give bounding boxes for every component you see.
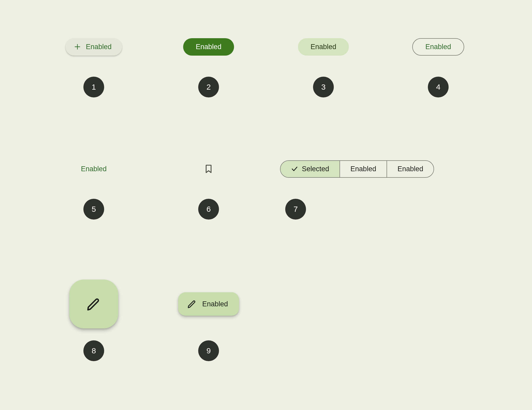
bookmark-icon xyxy=(204,164,214,174)
segmented-option-label: Enabled xyxy=(397,165,423,173)
index-badge: 2 xyxy=(198,77,219,97)
index-badge: 9 xyxy=(198,340,219,361)
elevated-button[interactable]: Enabled xyxy=(65,38,122,56)
cell-outlined-button: Enabled 4 xyxy=(381,31,496,153)
empty-cell xyxy=(381,275,496,398)
index-badge: 3 xyxy=(313,77,334,97)
filled-button[interactable]: Enabled xyxy=(183,38,234,56)
segmented-option-label: Selected xyxy=(302,165,329,173)
cell-fab-large: 8 xyxy=(36,275,151,398)
index-badge: 8 xyxy=(83,340,104,361)
segmented-button-group: Selected Enabled Enabled xyxy=(280,160,434,178)
filled-button-label: Enabled xyxy=(196,43,221,51)
index-badge: 5 xyxy=(83,199,104,220)
cell-fab-extended: Enabled 9 xyxy=(151,275,266,398)
cell-tonal-button: Enabled 3 xyxy=(266,31,381,153)
index-badge: 7 xyxy=(285,199,306,220)
fab-extended-label: Enabled xyxy=(202,300,228,308)
check-icon xyxy=(291,165,298,173)
edit-icon xyxy=(187,299,197,309)
segmented-option[interactable]: Enabled xyxy=(340,161,387,177)
empty-cell xyxy=(266,275,381,398)
component-wrap: Enabled xyxy=(412,31,464,62)
component-wrap: Enabled xyxy=(65,31,122,62)
tonal-button[interactable]: Enabled xyxy=(298,38,349,56)
cell-icon-button: 6 xyxy=(151,153,266,275)
cell-segmented-button: Selected Enabled Enabled 7 xyxy=(266,153,496,275)
edit-icon xyxy=(86,296,102,312)
outlined-button-label: Enabled xyxy=(425,43,451,51)
text-button-label: Enabled xyxy=(81,165,107,173)
component-wrap: Selected Enabled Enabled xyxy=(280,153,434,184)
bookmark-icon-button[interactable] xyxy=(198,158,219,179)
elevated-button-label: Enabled xyxy=(86,43,111,51)
index-badge: 6 xyxy=(198,199,219,220)
component-wrap: Enabled xyxy=(183,31,234,62)
component-wrap: Enabled xyxy=(75,153,113,184)
index-badge: 4 xyxy=(428,77,449,97)
text-button[interactable]: Enabled xyxy=(75,161,113,177)
cell-filled-button: Enabled 2 xyxy=(151,31,266,153)
segmented-option-label: Enabled xyxy=(350,165,376,173)
cell-text-button: Enabled 5 xyxy=(36,153,151,275)
outlined-button[interactable]: Enabled xyxy=(412,38,464,56)
component-wrap xyxy=(69,275,118,333)
cell-elevated-button: Enabled 1 xyxy=(36,31,151,153)
component-wrap: Enabled xyxy=(178,275,239,333)
component-wrap xyxy=(198,153,219,184)
plus-icon xyxy=(74,43,81,50)
fab-large-button[interactable] xyxy=(69,280,118,328)
fab-extended-button[interactable]: Enabled xyxy=(178,292,239,316)
component-wrap: Enabled xyxy=(298,31,349,62)
segmented-option[interactable]: Enabled xyxy=(387,161,434,177)
tonal-button-label: Enabled xyxy=(310,43,336,51)
segmented-option-selected[interactable]: Selected xyxy=(281,161,340,177)
index-badge: 1 xyxy=(83,77,104,97)
